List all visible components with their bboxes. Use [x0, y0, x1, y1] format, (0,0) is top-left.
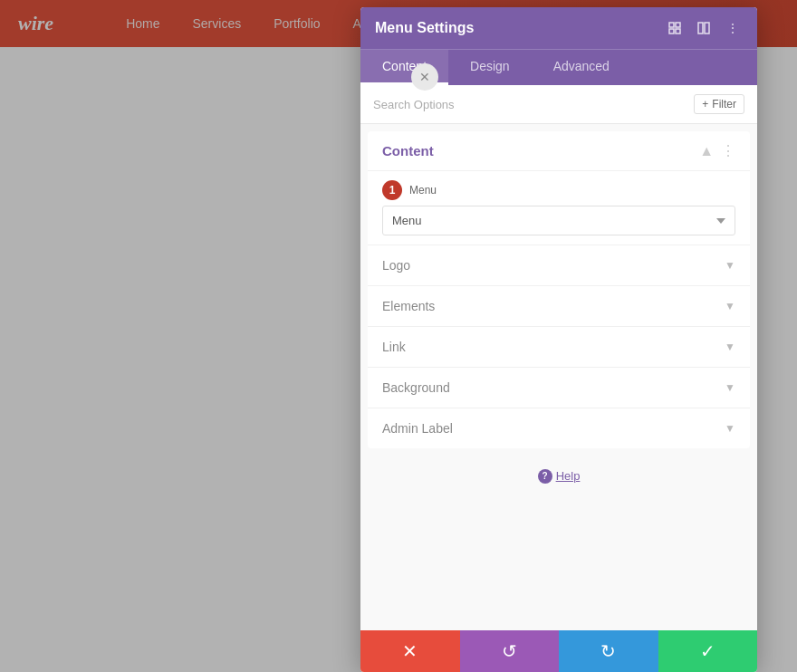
- cancel-icon: ✕: [402, 640, 418, 662]
- section-more-icon[interactable]: ⋮: [721, 142, 735, 159]
- help-link[interactable]: ? Help: [538, 469, 581, 484]
- confirm-icon: ✓: [700, 640, 715, 662]
- redo-icon: ↻: [600, 640, 616, 662]
- background-chevron-icon: ▼: [725, 381, 735, 394]
- link-chevron-icon: ▼: [725, 341, 735, 353]
- admin-label-accordion-title: Admin Label: [382, 421, 453, 436]
- svg-rect-2: [669, 29, 674, 34]
- modal-header-icons: ⋮: [665, 18, 743, 38]
- fullscreen-icon[interactable]: [665, 18, 685, 38]
- modal-close-button[interactable]: ✕: [411, 63, 438, 91]
- logo-accordion: Logo ▼: [368, 245, 750, 285]
- svg-rect-0: [669, 23, 674, 27]
- menu-field-label: 1 Menu: [382, 180, 735, 200]
- modal-header: Menu Settings ⋮: [360, 7, 757, 49]
- content-section-header: Content ▲ ⋮: [368, 131, 750, 171]
- svg-rect-3: [676, 29, 680, 34]
- background-accordion: Background ▼: [368, 367, 750, 408]
- modal-body: Search Options + Filter Content ▲ ⋮ 1 Me…: [360, 85, 757, 630]
- elements-chevron-icon: ▼: [725, 300, 735, 312]
- logo-chevron-icon: ▼: [725, 259, 735, 272]
- search-bar: Search Options + Filter: [360, 85, 757, 124]
- background-accordion-title: Background: [382, 380, 450, 395]
- modal-footer: ✕ ↺ ↻ ✓: [360, 630, 757, 672]
- filter-plus-icon: +: [702, 98, 708, 110]
- admin-label-chevron-icon: ▼: [725, 422, 735, 435]
- split-view-icon[interactable]: [694, 18, 714, 38]
- help-circle-icon: ?: [538, 469, 552, 484]
- search-options-label: Search Options: [373, 98, 455, 111]
- collapse-section-icon[interactable]: ▲: [699, 143, 714, 159]
- link-accordion-title: Link: [382, 340, 406, 354]
- svg-rect-1: [676, 23, 680, 27]
- help-text: Help: [556, 469, 581, 483]
- modal-title: Menu Settings: [375, 20, 474, 36]
- filter-button[interactable]: + Filter: [694, 94, 744, 114]
- help-section: ? Help: [360, 448, 757, 502]
- menu-select[interactable]: Menu: [382, 206, 735, 235]
- menu-field-group: 1 Menu Menu: [368, 171, 750, 245]
- admin-label-accordion-header[interactable]: Admin Label ▼: [368, 408, 750, 448]
- elements-accordion-title: Elements: [382, 299, 435, 313]
- content-section: Content ▲ ⋮ 1 Menu Menu Logo: [368, 131, 750, 448]
- link-accordion-header[interactable]: Link ▼: [368, 327, 750, 367]
- background-accordion-header[interactable]: Background ▼: [368, 368, 750, 408]
- tab-advanced[interactable]: Advanced: [532, 50, 631, 85]
- redo-button[interactable]: ↻: [559, 630, 658, 672]
- elements-accordion-header[interactable]: Elements ▼: [368, 286, 750, 326]
- section-header-icons: ▲ ⋮: [699, 142, 735, 159]
- admin-label-accordion: Admin Label ▼: [368, 408, 750, 448]
- confirm-button[interactable]: ✓: [658, 630, 758, 672]
- logo-accordion-header[interactable]: Logo ▼: [368, 245, 750, 285]
- undo-button[interactable]: ↺: [460, 630, 560, 672]
- filter-label: Filter: [712, 98, 736, 110]
- link-accordion: Link ▼: [368, 326, 750, 367]
- step-badge: 1: [382, 180, 402, 200]
- more-options-icon[interactable]: ⋮: [723, 18, 743, 38]
- menu-settings-modal: Menu Settings ⋮ Content Design A: [360, 7, 757, 672]
- menu-label-text: Menu: [409, 184, 437, 197]
- tab-design[interactable]: Design: [448, 50, 532, 85]
- undo-icon: ↺: [502, 640, 517, 662]
- cancel-button[interactable]: ✕: [360, 630, 460, 672]
- svg-rect-4: [698, 23, 703, 34]
- content-section-title: Content: [382, 143, 434, 158]
- elements-accordion: Elements ▼: [368, 285, 750, 326]
- svg-rect-5: [705, 23, 709, 34]
- logo-accordion-title: Logo: [382, 258, 410, 273]
